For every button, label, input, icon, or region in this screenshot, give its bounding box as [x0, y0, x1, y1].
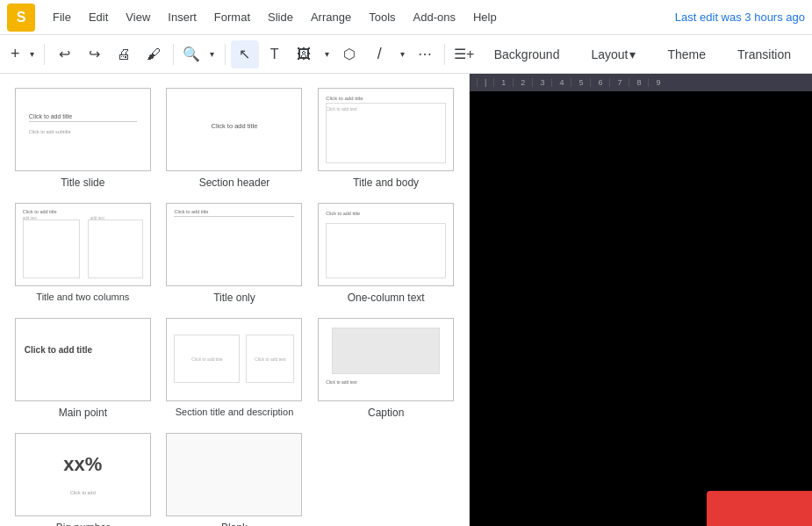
more-tools-button[interactable]: ⋯ [411, 40, 439, 68]
divider-2 [173, 44, 174, 65]
layout-thumb-blank [166, 433, 302, 516]
layout-item-blank[interactable]: Blank [162, 429, 307, 526]
textbox-button[interactable]: T [261, 40, 289, 68]
select-tool-button[interactable]: ↖ [231, 40, 259, 68]
shapes-button[interactable]: ⬡ [335, 40, 363, 68]
layout-thumb-title-only: Click to add title [166, 203, 302, 286]
ruler-mark-9: 9 [648, 78, 667, 87]
layout-label-title-only: Title only [213, 292, 255, 304]
layout-thumb-main-point: Click to add title [15, 318, 151, 401]
menu-tools[interactable]: Tools [362, 7, 402, 27]
line-button[interactable]: / [365, 40, 393, 68]
line-dropdown[interactable]: ▾ [395, 40, 409, 68]
menu-format[interactable]: Format [207, 7, 257, 27]
background-button[interactable]: Background [480, 42, 574, 67]
image-dropdown[interactable]: ▾ [320, 40, 334, 68]
layout-label-title-slide: Title slide [61, 177, 104, 189]
toolbar-right: Background Layout▾ Theme Transition [480, 42, 805, 67]
theme-button[interactable]: Theme [653, 42, 720, 67]
slide-canvas [470, 91, 812, 526]
layout-thumb-title-slide: Click to add title Click to add subtitle [15, 88, 151, 171]
layout-thumb-title-two-columns: Click to add title add text add text [15, 203, 151, 286]
layout-item-title-only[interactable]: Click to add title Title only [162, 199, 307, 307]
menu-view[interactable]: View [119, 7, 157, 27]
menu-file[interactable]: File [46, 7, 78, 27]
layout-button[interactable]: Layout▾ [577, 42, 650, 67]
app-icon-letter: S [17, 10, 26, 25]
layout-item-one-column[interactable]: Click to add title One-column text [313, 199, 458, 307]
layout-thumb-one-column: Click to add title [318, 203, 454, 286]
layout-label-section-title-desc: Section title and description [176, 407, 294, 417]
layout-thumb-section-title-desc: Click to add title Click to add text [166, 318, 302, 401]
layout-item-main-point[interactable]: Click to add title Main point [11, 314, 155, 422]
layout-item-big-number[interactable]: xx% Click to add Big number [11, 429, 155, 526]
ruler-mark-5: 5 [571, 78, 590, 87]
layout-thumb-big-number: xx% Click to add [15, 433, 151, 516]
divider-3 [225, 44, 226, 65]
layout-thumb-caption: Click to add text [318, 318, 454, 401]
layout-item-caption[interactable]: Click to add text Caption [313, 314, 458, 422]
layout-item-section-header[interactable]: Click to add title Section header [162, 84, 307, 192]
app-icon: S [7, 4, 35, 32]
divider-1 [44, 44, 45, 65]
menu-bar: S File Edit View Insert Format Slide Arr… [0, 0, 812, 35]
ruler-mark-3: 3 [532, 78, 551, 87]
layout-label-big-number: Big number [56, 522, 110, 526]
ruler-mark-8: 8 [629, 78, 648, 87]
layout-label-caption: Caption [368, 407, 404, 419]
layout-label-one-column: One-column text [348, 292, 425, 304]
add-section-button[interactable]: ☰+ [450, 40, 478, 68]
layout-item-title-slide[interactable]: Click to add title Click to add subtitle… [11, 84, 155, 192]
layout-thumb-section-header: Click to add title [166, 88, 302, 171]
layout-item-title-two-columns[interactable]: Click to add title add text add text Tit… [11, 199, 155, 307]
layout-label-section-header: Section header [199, 177, 270, 189]
divider-4 [444, 44, 445, 65]
ruler-mark-4: 4 [551, 78, 571, 87]
main-content: Click to add title Click to add subtitle… [0, 74, 812, 526]
print-button[interactable]: 🖨 [110, 40, 138, 68]
redo-button[interactable]: ↪ [80, 40, 108, 68]
ruler-mark-1: 1 [493, 78, 513, 87]
ruler-mark-6: 6 [590, 78, 609, 87]
menu-insert[interactable]: Insert [161, 7, 204, 27]
layout-item-section-title-desc[interactable]: Click to add title Click to add text Sec… [162, 314, 307, 422]
add-slide-button[interactable]: + [7, 40, 24, 68]
layout-thumb-title-body: Click to add title Click to add text [318, 88, 454, 171]
layout-label-main-point: Main point [59, 407, 107, 419]
layout-panel: Click to add title Click to add subtitle… [0, 74, 470, 526]
ruler-top: | 1 2 3 4 5 6 7 8 9 [470, 74, 812, 91]
menu-help[interactable]: Help [466, 7, 504, 27]
layout-label-blank: Blank [221, 522, 248, 526]
last-edit-label: Last edit was 3 hours ago [675, 11, 805, 24]
layout-label-title-two-columns: Title and two columns [36, 292, 129, 302]
menu-addons[interactable]: Add-ons [406, 7, 463, 27]
transition-button[interactable]: Transition [723, 42, 805, 67]
toolbar: + ▾ ↩ ↪ 🖨 🖌 🔍 ▾ ↖ T 🖼 ▾ ⬡ / ▾ ⋯ ☰+ Backg… [0, 35, 812, 74]
red-accent-shape [707, 491, 812, 526]
image-button[interactable]: 🖼 [291, 40, 319, 68]
menu-slide[interactable]: Slide [261, 7, 300, 27]
menu-arrange[interactable]: Arrange [304, 7, 358, 27]
ruler-mark-2: 2 [513, 78, 532, 87]
paint-format-button[interactable]: 🖌 [140, 40, 168, 68]
layout-grid: Click to add title Click to add subtitle… [7, 81, 462, 526]
layout-item-title-body[interactable]: Click to add title Click to add text Tit… [313, 84, 458, 192]
add-slide-dropdown[interactable]: ▾ [25, 40, 40, 68]
undo-button[interactable]: ↩ [50, 40, 78, 68]
ruler-mark-0: | [477, 78, 493, 87]
ruler-mark-7: 7 [609, 78, 629, 87]
slide-preview: | 1 2 3 4 5 6 7 8 9 [470, 74, 812, 526]
zoom-button[interactable]: 🔍 [179, 40, 204, 68]
menu-edit[interactable]: Edit [82, 7, 115, 27]
layout-label-title-body: Title and body [353, 177, 419, 189]
zoom-dropdown[interactable]: ▾ [205, 40, 219, 68]
